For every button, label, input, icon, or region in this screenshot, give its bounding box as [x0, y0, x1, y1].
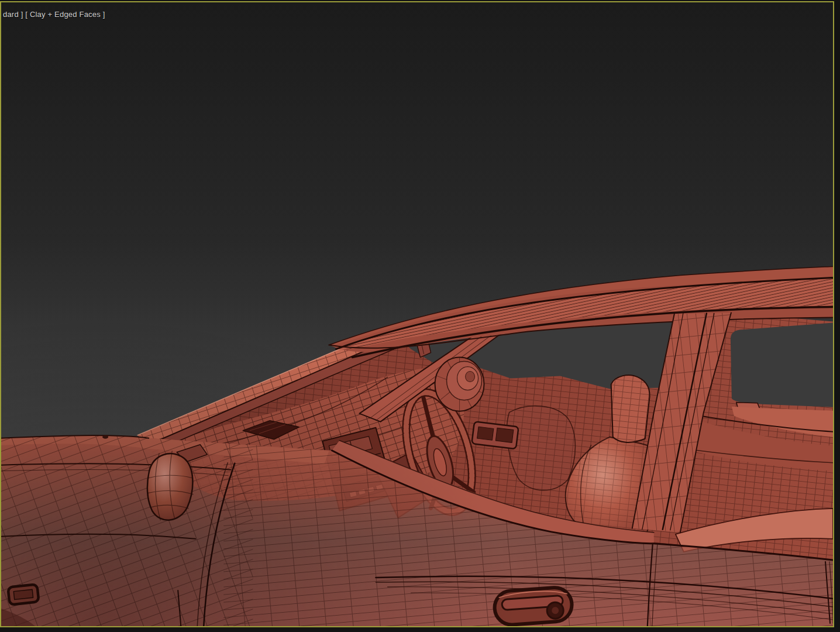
- vignette-overlay: [1, 2, 833, 626]
- application-window: dard ] [ Clay + Edged Faces ]: [0, 0, 840, 632]
- car-model: [1, 2, 833, 626]
- viewport-canvas[interactable]: [1, 2, 833, 626]
- viewport-shading-label[interactable]: dard ] [ Clay + Edged Faces ]: [3, 10, 105, 19]
- viewport-frame: dard ] [ Clay + Edged Faces ]: [0, 1, 834, 627]
